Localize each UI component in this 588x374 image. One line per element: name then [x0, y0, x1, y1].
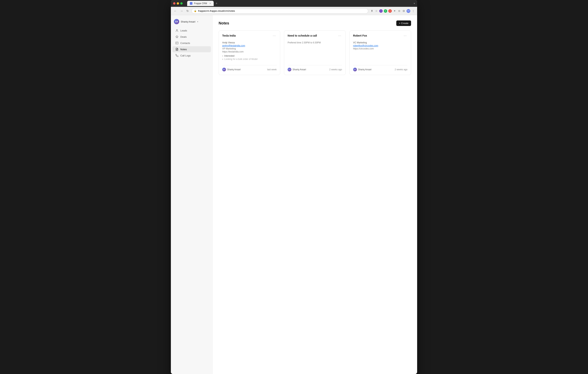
note-card-2[interactable]: Need to schedule a call ··· Prefered tim… [284, 31, 346, 75]
leads-icon [175, 29, 178, 32]
note-1-contact-name: Andy Viessa [222, 41, 277, 44]
note-1-author: SA Shariq Ansari [222, 68, 241, 71]
more-menu-icon[interactable]: ⋮ [411, 9, 415, 13]
note-2-author-name: Shariq Ansari [293, 68, 306, 71]
maximize-button[interactable] [180, 2, 183, 5]
note-3-title: Robert Fox [353, 34, 367, 37]
sidebar-item-call-logs[interactable]: Call Logs [172, 53, 211, 59]
note-1-body: Andy Viessa andyv@teslaindia.com VP Mark… [222, 41, 277, 61]
address-field[interactable]: 🔒 frappecrm.frappe.cloud/crm/notes [191, 8, 368, 14]
note-3-contact-website: https://circooles.com [353, 47, 408, 50]
deals-icon [175, 35, 178, 38]
note-2-title: Need to schedule a call [288, 34, 317, 37]
bullet-dot-1 [222, 55, 223, 56]
notes-grid: Tesla India ··· Andy Viessa andyv@teslai… [219, 31, 411, 75]
sidebar-item-label-deals: Deals [180, 35, 187, 38]
svg-rect-2 [176, 42, 178, 44]
note-card-3-header: Robert Fox ··· [353, 34, 408, 38]
user-name: Shariq Ansari [181, 20, 195, 23]
forward-button[interactable]: → [179, 9, 184, 13]
note-2-footer: SA Shariq Ansari 2 weeks ago [288, 65, 342, 71]
chevron-down-icon: ▾ [197, 21, 198, 23]
sidebar-item-label-notes: Notes [180, 48, 187, 51]
sidebar-toggle[interactable]: ⊟ [402, 9, 405, 13]
user-header[interactable]: SA Shariq Ansari ▾ [171, 18, 212, 27]
main-content: Notes + Create Tesla India ··· Andy Vies… [212, 15, 417, 374]
note-3-body: VC Marketing robertfox@circooles.com htt… [353, 41, 408, 61]
sidebar-item-label-contacts: Contacts [180, 42, 190, 44]
note-1-footer: SA Shariq Ansari last week [222, 65, 277, 71]
note-2-menu-button[interactable]: ··· [337, 34, 342, 38]
ext-icon-5[interactable]: ⊙ [398, 9, 401, 13]
note-3-author-name: Shariq Ansari [358, 68, 371, 71]
active-tab[interactable]: Frappe CRM ✕ [187, 1, 214, 6]
bookmark-icon[interactable]: ☆ [375, 9, 378, 13]
page-title: Notes [219, 21, 229, 25]
svg-marker-1 [176, 35, 178, 38]
note-1-contact-website: https://teslaindia.com [222, 50, 277, 53]
note-card-1[interactable]: Tesla India ··· Andy Viessa andyv@teslai… [219, 31, 280, 75]
note-3-contact-name: VC Marketing [353, 41, 408, 44]
note-card-1-header: Tesla India ··· [222, 34, 277, 38]
tab-favicon [190, 2, 192, 5]
note-2-time: 2 weeks ago [329, 68, 342, 71]
title-bar: Frappe CRM ✕ + ▾ [171, 0, 417, 7]
sidebar-item-notes[interactable]: Notes [172, 46, 211, 52]
note-1-bullet-1: Interested [222, 54, 277, 57]
sidebar-item-contacts[interactable]: Contacts [172, 40, 211, 46]
sidebar-item-deals[interactable]: Deals [172, 34, 211, 40]
note-2-author-avatar: SA [288, 68, 291, 71]
user-avatar-icon[interactable]: SA [407, 9, 410, 13]
note-3-author: SA Shariq Ansari [353, 68, 371, 71]
traffic-lights [173, 2, 183, 5]
page-header: Notes + Create [219, 21, 411, 26]
note-2-body-text: Prefered time 2:30PM to 6:30PM [288, 41, 342, 44]
ext-icon-1[interactable]: ⬡ [379, 9, 383, 13]
note-1-author-name: Shariq Ansari [227, 68, 241, 71]
minimize-button[interactable] [177, 2, 179, 5]
ext-icon-2[interactable]: G [384, 9, 387, 13]
tabs-bar: Frappe CRM ✕ + ▾ [187, 1, 415, 6]
back-button[interactable]: ← [173, 9, 178, 13]
call-logs-icon [175, 54, 178, 57]
create-button[interactable]: + Create [396, 21, 411, 26]
note-1-bullet-2: Looking for a bulk order of Model [222, 58, 277, 60]
note-3-menu-button[interactable]: ··· [403, 34, 408, 38]
contacts-icon [175, 42, 178, 44]
bullet-dot-2 [222, 59, 223, 60]
app-layout: SA Shariq Ansari ▾ Leads Deals [171, 15, 417, 374]
note-3-footer: SA Shariq Ansari 2 weeks ago [353, 65, 408, 71]
svg-point-0 [176, 29, 177, 30]
note-1-author-avatar: SA [222, 68, 226, 71]
note-card-3[interactable]: Robert Fox ··· VC Marketing robertfox@ci… [349, 31, 411, 75]
tab-dropdown[interactable]: ▾ [414, 2, 415, 5]
note-2-author: SA Shariq Ansari [288, 68, 306, 71]
address-bar: ← → ↻ 🔒 frappecrm.frappe.cloud/crm/notes… [171, 7, 417, 15]
note-3-author-avatar: SA [353, 68, 357, 71]
sidebar-item-label-leads: Leads [180, 29, 187, 32]
ext-icon-4[interactable]: ✦ [393, 9, 396, 13]
note-1-menu-button[interactable]: ··· [272, 34, 277, 38]
sidebar-item-label-call-logs: Call Logs [180, 54, 190, 57]
url-text: frappecrm.frappe.cloud/crm/notes [198, 10, 366, 12]
close-button[interactable] [173, 2, 175, 5]
note-3-time: 2 weeks ago [395, 68, 408, 71]
avatar: SA [174, 19, 179, 24]
note-1-contact-email[interactable]: andyv@teslaindia.com [222, 44, 277, 47]
toolbar-icons: ⬆ ☆ ⬡ G ● ✦ ⊙ ⊟ SA ⋮ [370, 9, 415, 13]
reload-button[interactable]: ↻ [186, 9, 190, 13]
tab-close-button[interactable]: ✕ [209, 2, 211, 5]
notes-icon [175, 48, 178, 51]
share-icon[interactable]: ⬆ [370, 9, 374, 13]
sidebar-item-leads[interactable]: Leads [172, 27, 211, 33]
new-tab-button[interactable]: + [214, 1, 219, 5]
tab-title: Frappe CRM [194, 2, 207, 5]
ext-icon-3[interactable]: ● [388, 9, 392, 13]
lock-icon: 🔒 [194, 10, 197, 12]
note-1-contact-role: VP Marketing [222, 47, 277, 50]
note-2-body: Prefered time 2:30PM to 6:30PM [288, 41, 342, 61]
sidebar: SA Shariq Ansari ▾ Leads Deals [171, 15, 212, 374]
browser-window: Frappe CRM ✕ + ▾ ← → ↻ 🔒 frappecrm.frapp… [171, 0, 417, 374]
note-3-contact-email[interactable]: robertfox@circooles.com [353, 44, 408, 47]
note-card-2-header: Need to schedule a call ··· [288, 34, 342, 38]
